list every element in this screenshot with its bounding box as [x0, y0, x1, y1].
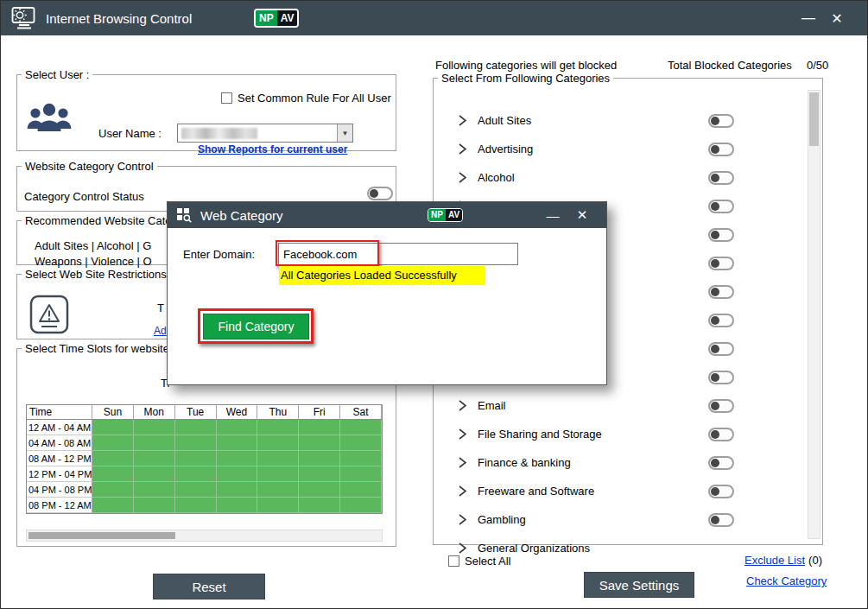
time-slot-cell[interactable] — [257, 451, 299, 466]
user-name-combobox[interactable]: ▼ — [177, 124, 353, 143]
dialog-minimize-button[interactable]: — — [541, 205, 565, 225]
time-slot-cell[interactable] — [217, 451, 258, 466]
category-toggle[interactable] — [708, 228, 734, 242]
chevron-right-icon[interactable] — [458, 143, 467, 155]
time-slot-cell[interactable] — [217, 498, 258, 513]
common-rule-row: Set Common Rule For All User — [221, 92, 391, 105]
category-toggle[interactable] — [708, 171, 734, 185]
save-settings-button[interactable]: Save Settings — [584, 572, 694, 598]
chevron-right-icon[interactable] — [458, 171, 467, 184]
time-slot-cell[interactable] — [257, 435, 299, 451]
time-slot-cell[interactable] — [175, 482, 217, 498]
time-slots-legend: Select Time Slots for website — [22, 342, 173, 355]
time-slot-cell[interactable] — [217, 466, 258, 482]
category-toggle[interactable] — [708, 399, 734, 413]
time-slot-cell[interactable] — [299, 466, 340, 482]
time-slot-cell[interactable] — [299, 482, 340, 498]
time-slot-cell[interactable] — [92, 482, 134, 498]
minimize-button[interactable]: — — [795, 8, 821, 29]
check-category-link[interactable]: Check Category — [746, 574, 827, 587]
category-toggle[interactable] — [708, 285, 734, 299]
category-toggle[interactable] — [708, 428, 734, 441]
close-button[interactable]: ✕ — [824, 8, 850, 29]
time-slot-cell[interactable] — [175, 498, 217, 513]
time-slot-cell[interactable] — [92, 420, 134, 435]
time-slot-cell[interactable] — [340, 482, 382, 498]
time-slot-horizontal-scrollbar[interactable] — [26, 530, 383, 542]
time-slot-cell[interactable] — [340, 498, 382, 513]
chevron-right-icon[interactable] — [458, 428, 467, 441]
domain-input[interactable] — [278, 243, 518, 265]
vscrollbar-thumb[interactable] — [809, 92, 819, 146]
time-slot-cell[interactable] — [340, 451, 382, 466]
time-slot-cell[interactable] — [299, 498, 340, 513]
category-toggle[interactable] — [708, 314, 734, 327]
time-slot-cell[interactable] — [134, 466, 175, 482]
time-slot-cell[interactable] — [175, 420, 217, 435]
category-row: File Sharing and Storage — [434, 420, 805, 448]
time-slot-cell[interactable] — [175, 466, 217, 482]
time-slot-cell[interactable] — [92, 451, 134, 466]
reset-button[interactable]: Reset — [153, 574, 265, 599]
time-slot-cell[interactable] — [92, 466, 134, 482]
users-icon — [26, 100, 73, 140]
category-label: Finance & banking — [478, 456, 571, 469]
chevron-right-icon[interactable] — [458, 485, 467, 498]
category-toggle[interactable] — [708, 143, 734, 156]
find-category-button[interactable]: Find Category — [203, 314, 309, 339]
time-slot-cell[interactable] — [257, 466, 299, 482]
chevron-right-icon[interactable] — [458, 456, 467, 469]
category-control-status-toggle[interactable] — [367, 187, 393, 200]
time-slot-cell[interactable] — [299, 435, 340, 451]
category-toggle[interactable] — [708, 200, 734, 213]
time-slot-cell[interactable] — [175, 435, 217, 451]
category-list-scrollbar[interactable] — [808, 90, 820, 539]
main-titlebar: Internet Browsing Control NPAV — ✕ — [1, 1, 867, 35]
exclude-list-link[interactable]: Exclude List — [744, 554, 805, 567]
npav-logo-small: NPAV — [428, 208, 463, 222]
time-slot-cell[interactable] — [175, 451, 217, 466]
dialog-close-button[interactable]: ✕ — [570, 205, 594, 225]
time-slot-cell[interactable] — [217, 482, 258, 498]
time-slot-cell[interactable] — [134, 482, 175, 498]
time-slot-cell[interactable] — [92, 435, 134, 451]
time-slot-cell[interactable] — [299, 451, 340, 466]
combobox-dropdown-icon[interactable]: ▼ — [337, 124, 352, 142]
show-reports-link[interactable]: Show Reports for current user — [198, 143, 347, 155]
category-toggle[interactable] — [708, 485, 734, 498]
time-slot-cell[interactable] — [92, 498, 134, 513]
time-slot-cell[interactable] — [340, 466, 382, 482]
category-toggle[interactable] — [708, 114, 734, 128]
time-slot-cell[interactable] — [134, 498, 175, 513]
chevron-right-icon[interactable] — [458, 542, 467, 555]
time-slot-cell[interactable] — [134, 451, 175, 466]
time-slot-cell[interactable] — [134, 435, 175, 451]
category-toggle[interactable] — [708, 456, 734, 470]
time-slot-cell[interactable] — [257, 420, 299, 435]
category-label: General Organizations — [478, 542, 590, 555]
time-slot-cell[interactable] — [217, 435, 258, 451]
select-all-checkbox[interactable] — [448, 555, 459, 567]
category-toggle[interactable] — [708, 371, 734, 384]
time-slot-cell[interactable] — [134, 420, 175, 435]
user-name-label: User Name : — [98, 127, 162, 140]
chevron-right-icon[interactable] — [458, 399, 467, 412]
category-row: Finance & banking — [434, 448, 805, 477]
category-row: Advertising — [434, 135, 805, 163]
row-label: 04 AM - 08 AM — [27, 435, 92, 451]
time-slot-cell[interactable] — [340, 435, 382, 451]
category-toggle[interactable] — [708, 257, 734, 270]
time-slot-cell[interactable] — [340, 420, 382, 435]
time-slot-cell[interactable] — [299, 420, 340, 435]
chevron-right-icon[interactable] — [458, 513, 467, 526]
time-slot-cell[interactable] — [257, 498, 299, 513]
restrictions-link-fragment[interactable]: Ad — [154, 325, 167, 337]
category-toggle[interactable] — [708, 342, 734, 356]
chevron-right-icon[interactable] — [458, 114, 467, 127]
time-slot-cell[interactable] — [217, 420, 258, 435]
common-rule-checkbox[interactable] — [221, 92, 232, 104]
hscrollbar-thumb[interactable] — [29, 532, 175, 539]
category-toggle[interactable] — [708, 513, 734, 527]
category-select-legend: Select From Following Categories — [438, 72, 613, 85]
time-slot-cell[interactable] — [257, 482, 299, 498]
